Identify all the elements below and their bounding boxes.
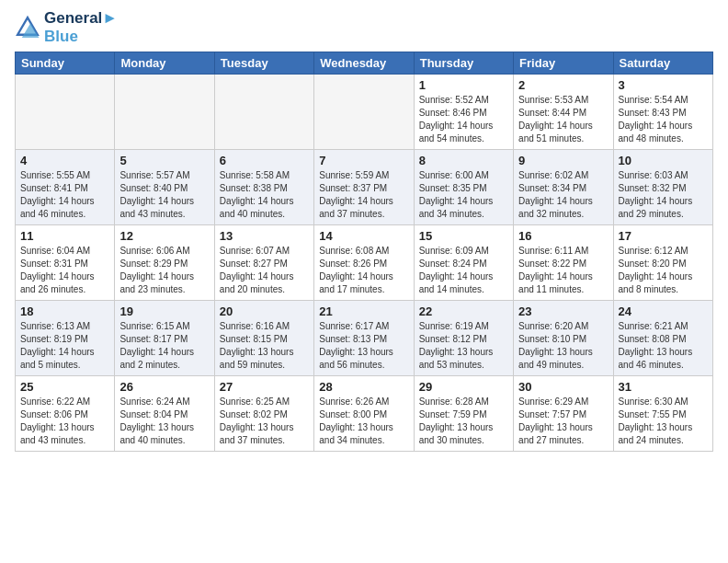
calendar-cell: 22Sunrise: 6:19 AMSunset: 8:12 PMDayligh… [414, 301, 513, 376]
day-info: Sunrise: 6:03 AMSunset: 8:32 PMDaylight:… [619, 169, 708, 221]
day-number: 15 [419, 229, 508, 243]
day-info: Sunrise: 5:54 AMSunset: 8:43 PMDaylight:… [619, 94, 708, 145]
col-monday: Monday [115, 52, 214, 75]
day-number: 16 [518, 229, 608, 243]
day-number: 2 [518, 78, 608, 92]
day-number: 30 [518, 380, 608, 394]
day-info: Sunrise: 6:15 AMSunset: 8:17 PMDaylight:… [119, 320, 209, 372]
calendar-cell: 14Sunrise: 6:08 AMSunset: 8:26 PMDayligh… [314, 225, 414, 301]
day-number: 26 [119, 380, 209, 394]
day-number: 29 [419, 380, 508, 394]
col-saturday: Saturday [613, 52, 712, 75]
calendar-row-1: 1Sunrise: 5:52 AMSunset: 8:46 PMDaylight… [16, 75, 713, 150]
day-number: 8 [419, 154, 508, 167]
day-number: 4 [20, 154, 109, 167]
day-info: Sunrise: 6:08 AMSunset: 8:26 PMDaylight:… [319, 245, 408, 296]
calendar-cell: 1Sunrise: 5:52 AMSunset: 8:46 PMDaylight… [414, 75, 513, 150]
day-info: Sunrise: 6:24 AMSunset: 8:04 PMDaylight:… [119, 396, 209, 447]
calendar-cell [115, 75, 214, 150]
calendar-cell: 26Sunrise: 6:24 AMSunset: 8:04 PMDayligh… [115, 376, 214, 452]
day-number: 10 [619, 154, 708, 167]
day-info: Sunrise: 5:55 AMSunset: 8:41 PMDaylight:… [20, 169, 109, 221]
calendar-cell: 15Sunrise: 6:09 AMSunset: 8:24 PMDayligh… [414, 225, 513, 301]
day-number: 19 [119, 304, 209, 318]
day-info: Sunrise: 6:28 AMSunset: 7:59 PMDaylight:… [419, 396, 508, 447]
day-info: Sunrise: 6:25 AMSunset: 8:02 PMDaylight:… [220, 396, 309, 447]
calendar-cell [214, 75, 313, 150]
calendar-cell: 23Sunrise: 6:20 AMSunset: 8:10 PMDayligh… [514, 301, 613, 376]
calendar-cell: 7Sunrise: 5:59 AMSunset: 8:37 PMDaylight… [314, 150, 414, 225]
calendar-cell: 16Sunrise: 6:11 AMSunset: 8:22 PMDayligh… [514, 225, 613, 301]
calendar-cell: 18Sunrise: 6:13 AMSunset: 8:19 PMDayligh… [16, 301, 115, 376]
calendar-row-4: 18Sunrise: 6:13 AMSunset: 8:19 PMDayligh… [16, 301, 713, 376]
day-number: 13 [220, 229, 309, 243]
calendar-cell: 17Sunrise: 6:12 AMSunset: 8:20 PMDayligh… [613, 225, 712, 301]
calendar-cell: 13Sunrise: 6:07 AMSunset: 8:27 PMDayligh… [214, 225, 313, 301]
day-number: 31 [619, 380, 708, 394]
calendar-row-2: 4Sunrise: 5:55 AMSunset: 8:41 PMDaylight… [16, 150, 713, 225]
day-number: 12 [119, 229, 209, 243]
day-info: Sunrise: 6:19 AMSunset: 8:12 PMDaylight:… [419, 320, 508, 372]
day-number: 1 [419, 78, 508, 92]
day-info: Sunrise: 6:29 AMSunset: 7:57 PMDaylight:… [518, 396, 608, 447]
day-number: 3 [619, 78, 708, 92]
day-info: Sunrise: 6:20 AMSunset: 8:10 PMDaylight:… [518, 320, 608, 372]
calendar-cell [314, 75, 414, 150]
day-info: Sunrise: 5:53 AMSunset: 8:44 PMDaylight:… [518, 94, 608, 145]
day-info: Sunrise: 6:21 AMSunset: 8:08 PMDaylight:… [619, 320, 708, 372]
header: General► Blue [15, 9, 713, 46]
day-number: 5 [119, 154, 209, 167]
col-sunday: Sunday [16, 52, 115, 75]
day-number: 14 [319, 229, 408, 243]
day-info: Sunrise: 6:11 AMSunset: 8:22 PMDaylight:… [518, 245, 608, 296]
calendar-cell: 10Sunrise: 6:03 AMSunset: 8:32 PMDayligh… [613, 150, 712, 225]
day-info: Sunrise: 6:30 AMSunset: 7:55 PMDaylight:… [619, 396, 708, 447]
calendar-cell: 27Sunrise: 6:25 AMSunset: 8:02 PMDayligh… [214, 376, 313, 452]
day-number: 18 [20, 304, 109, 318]
calendar-cell: 21Sunrise: 6:17 AMSunset: 8:13 PMDayligh… [314, 301, 414, 376]
day-info: Sunrise: 6:09 AMSunset: 8:24 PMDaylight:… [419, 245, 508, 296]
day-info: Sunrise: 6:07 AMSunset: 8:27 PMDaylight:… [220, 245, 309, 296]
day-info: Sunrise: 5:59 AMSunset: 8:37 PMDaylight:… [319, 169, 408, 221]
day-info: Sunrise: 6:13 AMSunset: 8:19 PMDaylight:… [20, 320, 109, 372]
day-info: Sunrise: 5:57 AMSunset: 8:40 PMDaylight:… [119, 169, 209, 221]
logo-icon [15, 15, 40, 40]
col-friday: Friday [514, 52, 613, 75]
day-number: 21 [319, 304, 408, 318]
calendar-header-row: Sunday Monday Tuesday Wednesday Thursday… [16, 52, 713, 75]
calendar-row-5: 25Sunrise: 6:22 AMSunset: 8:06 PMDayligh… [16, 376, 713, 452]
calendar-table: Sunday Monday Tuesday Wednesday Thursday… [15, 52, 713, 452]
day-number: 28 [319, 380, 408, 394]
calendar-cell: 3Sunrise: 5:54 AMSunset: 8:43 PMDaylight… [613, 75, 712, 150]
day-number: 25 [20, 380, 109, 394]
col-wednesday: Wednesday [314, 52, 414, 75]
page: General► Blue Sunday Monday Tuesday Wedn… [0, 0, 728, 563]
calendar-cell: 6Sunrise: 5:58 AMSunset: 8:38 PMDaylight… [214, 150, 313, 225]
col-tuesday: Tuesday [214, 52, 313, 75]
calendar-cell: 2Sunrise: 5:53 AMSunset: 8:44 PMDaylight… [514, 75, 613, 150]
day-number: 17 [619, 229, 708, 243]
calendar-cell: 19Sunrise: 6:15 AMSunset: 8:17 PMDayligh… [115, 301, 214, 376]
calendar-cell: 30Sunrise: 6:29 AMSunset: 7:57 PMDayligh… [514, 376, 613, 452]
calendar-cell: 24Sunrise: 6:21 AMSunset: 8:08 PMDayligh… [613, 301, 712, 376]
calendar-cell: 31Sunrise: 6:30 AMSunset: 7:55 PMDayligh… [613, 376, 712, 452]
day-info: Sunrise: 6:02 AMSunset: 8:34 PMDaylight:… [518, 169, 608, 221]
day-info: Sunrise: 6:06 AMSunset: 8:29 PMDaylight:… [119, 245, 209, 296]
day-number: 22 [419, 304, 508, 318]
day-info: Sunrise: 6:16 AMSunset: 8:15 PMDaylight:… [220, 320, 309, 372]
calendar-cell: 28Sunrise: 6:26 AMSunset: 8:00 PMDayligh… [314, 376, 414, 452]
calendar-cell: 11Sunrise: 6:04 AMSunset: 8:31 PMDayligh… [16, 225, 115, 301]
day-number: 20 [220, 304, 309, 318]
calendar-row-3: 11Sunrise: 6:04 AMSunset: 8:31 PMDayligh… [16, 225, 713, 301]
calendar-cell: 9Sunrise: 6:02 AMSunset: 8:34 PMDaylight… [514, 150, 613, 225]
day-number: 11 [20, 229, 109, 243]
day-info: Sunrise: 6:22 AMSunset: 8:06 PMDaylight:… [20, 396, 109, 447]
calendar-cell: 4Sunrise: 5:55 AMSunset: 8:41 PMDaylight… [16, 150, 115, 225]
day-number: 24 [619, 304, 708, 318]
day-info: Sunrise: 6:17 AMSunset: 8:13 PMDaylight:… [319, 320, 408, 372]
calendar-cell [16, 75, 115, 150]
calendar-cell: 20Sunrise: 6:16 AMSunset: 8:15 PMDayligh… [214, 301, 313, 376]
day-info: Sunrise: 6:26 AMSunset: 8:00 PMDaylight:… [319, 396, 408, 447]
calendar-cell: 12Sunrise: 6:06 AMSunset: 8:29 PMDayligh… [115, 225, 214, 301]
calendar-cell: 29Sunrise: 6:28 AMSunset: 7:59 PMDayligh… [414, 376, 513, 452]
